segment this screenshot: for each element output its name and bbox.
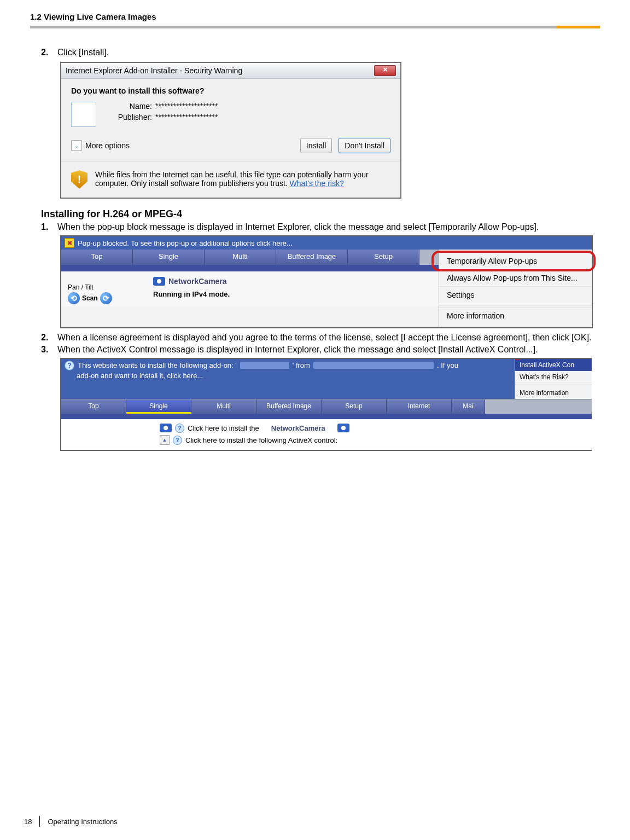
menu-more-info[interactable]: More information [439, 307, 592, 324]
dialog-title: Internet Explorer Add-on Installer - Sec… [66, 66, 242, 75]
menu-install-activex[interactable]: Install ActiveX Con [515, 359, 592, 371]
install-h264-heading: Installing for H.264 or MPEG-4 [41, 208, 600, 220]
activex-context-menu: Install ActiveX Con What's the Risk? Mor… [515, 359, 592, 399]
step-number: 1. [41, 222, 57, 232]
camera-icon [153, 277, 165, 286]
redacted-text [240, 362, 289, 369]
network-camera-label: NetworkCamera [271, 424, 325, 432]
security-warning-dialog: Internet Explorer Add-on Installer - Sec… [60, 62, 401, 199]
camera-icon [160, 424, 172, 432]
step-number: 3. [41, 345, 57, 355]
tab-single[interactable]: Single [133, 250, 205, 265]
installer-icon [71, 102, 96, 127]
page-number: 18 [16, 818, 39, 826]
info-icon: ? [173, 436, 182, 445]
scan-right-button[interactable]: ⟳ [100, 292, 112, 304]
step-number: 2. [41, 48, 57, 57]
scan-left-button[interactable]: ⟲ [68, 292, 80, 304]
pan-tilt-label: Pan / Tilt [68, 283, 150, 291]
menu-whats-risk[interactable]: What's the Risk? [515, 371, 592, 383]
section-header: 1.2 Viewing Live Camera Images [30, 12, 600, 21]
info-icon: ? [65, 361, 74, 370]
popup-blocked-icon: ✖ [65, 238, 74, 248]
tab-internet[interactable]: Internet [387, 399, 452, 414]
tab-top[interactable]: Top [61, 250, 133, 265]
b-step-2: 2. When a license agreement is displayed… [41, 333, 600, 343]
install-button[interactable]: Install [300, 138, 332, 153]
tab-setup[interactable]: Setup [348, 250, 419, 265]
install-prompt-2[interactable]: Click here to install the following Acti… [185, 436, 337, 444]
tab-buffered[interactable]: Buffered Image [276, 250, 348, 265]
highlight-annotation [515, 359, 521, 371]
network-camera-label: NetworkCamera [168, 277, 227, 286]
popup-blocked-screenshot: ✖ Pop-up blocked. To see this pop-up or … [60, 235, 593, 328]
status-text: Running in IPv4 mode. [153, 288, 439, 304]
tab-setup[interactable]: Setup [322, 399, 387, 414]
shield-icon: ! [71, 170, 88, 189]
footer-text: Operating Instructions [40, 818, 117, 826]
whats-the-risk-link[interactable]: What's the risk? [290, 179, 344, 188]
step-2: 2. Click [Install]. [41, 48, 600, 57]
publisher-label: Publisher: [103, 113, 155, 121]
menu-temp-allow[interactable]: Temporarily Allow Pop-ups [439, 253, 592, 269]
menu-more-info[interactable]: More information [515, 387, 592, 399]
dont-install-button[interactable]: Don't Install [339, 138, 390, 153]
ie-info-bar[interactable]: ? This website wants to install the foll… [61, 359, 515, 399]
name-value: ********************* [155, 102, 218, 111]
tab-maintenance[interactable]: Mai [452, 399, 485, 414]
info-icon: ? [175, 424, 184, 433]
header-rule [30, 26, 600, 28]
tab-multi[interactable]: Multi [205, 250, 276, 265]
step-number: 2. [41, 333, 57, 343]
b-step-3: 3. When the ActiveX Control message is d… [41, 345, 600, 355]
popup-context-menu: Temporarily Allow Pop-ups Always Allow P… [439, 250, 592, 327]
install-prompt-1[interactable]: Click here to install the [188, 424, 259, 432]
warning-text: While files from the Internet can be use… [95, 170, 390, 188]
publisher-value: ********************* [155, 113, 218, 121]
name-label: Name: [103, 102, 155, 111]
redacted-text [313, 362, 434, 369]
close-button[interactable]: ✕ [374, 65, 396, 76]
chevron-down-icon: ⌄ [71, 140, 82, 151]
ie-info-bar[interactable]: ✖ Pop-up blocked. To see this pop-up or … [61, 236, 592, 250]
menu-always-allow[interactable]: Always Allow Pop-ups from This Site... [439, 269, 592, 286]
scan-label: Scan [82, 294, 98, 302]
step-text: When a license agreement is displayed an… [57, 333, 592, 343]
tab-buffered[interactable]: Buffered Image [256, 399, 322, 414]
tab-single[interactable]: Single [126, 399, 191, 414]
expand-icon[interactable]: ▲ [160, 435, 170, 445]
activex-install-screenshot: ? This website wants to install the foll… [60, 358, 592, 451]
camera-icon [337, 424, 349, 432]
page-footer: 18 Operating Instructions [16, 816, 118, 827]
more-options-label: More options [85, 141, 130, 150]
b-step-1: 1. When the pop-up block message is disp… [41, 222, 600, 232]
menu-settings[interactable]: Settings [439, 286, 592, 303]
more-options-toggle[interactable]: ⌄ More options [71, 140, 130, 151]
install-question: Do you want to install this software? [71, 86, 390, 102]
tab-multi[interactable]: Multi [191, 399, 256, 414]
tab-top[interactable]: Top [61, 399, 126, 414]
step-text: Click [Install]. [57, 48, 109, 57]
step-text: When the pop-up block message is display… [57, 222, 539, 232]
step-text: When the ActiveX Control message is disp… [57, 345, 538, 355]
